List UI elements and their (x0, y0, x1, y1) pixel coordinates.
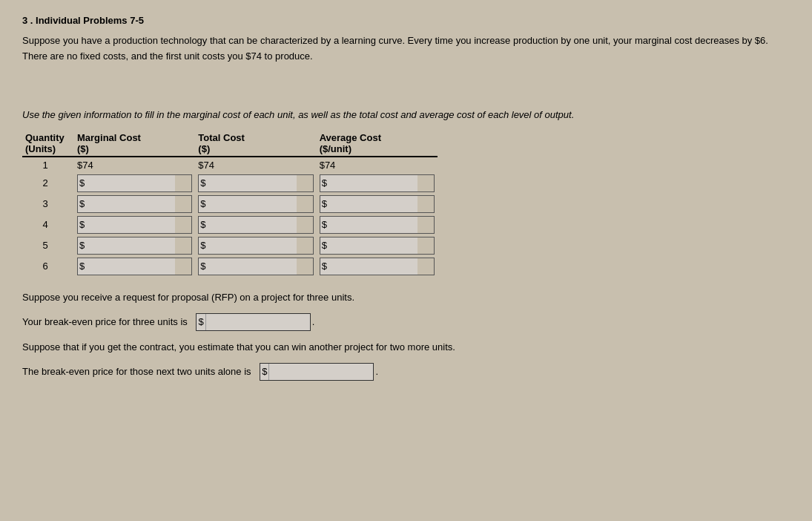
mc-input-2[interactable] (86, 175, 175, 191)
mc-dollar-3: $ (78, 196, 86, 212)
ac-cell-5: $ (317, 235, 438, 256)
ac-input-2[interactable] (329, 175, 417, 191)
mc-cell-4: $ (74, 214, 195, 235)
tc-input-3[interactable] (208, 196, 297, 212)
problem-number: 3 . Individual Problems 7-5 (22, 15, 790, 26)
tc-dollar-2: $ (199, 175, 207, 191)
tc-input-5[interactable] (208, 237, 297, 254)
tc-dollar-4: $ (199, 217, 207, 233)
mc-input-5[interactable] (86, 237, 175, 254)
qty-cell-6: 6 (22, 256, 74, 277)
ac-cell-3: $ (317, 194, 438, 214)
next-breakeven-input[interactable] (269, 364, 373, 380)
ac-cell-6: $ (317, 256, 438, 277)
next-breakeven-period: . (375, 366, 378, 377)
col-header-average-cost: Average Cost ($/unit) (317, 131, 438, 157)
ac-input-4[interactable] (329, 217, 417, 233)
cost-table: Quantity (Units) Marginal Cost ($) Total… (22, 131, 438, 277)
mc-input-3[interactable] (86, 196, 175, 212)
tc-cell-4: $ (195, 214, 316, 235)
tc-input-4[interactable] (208, 217, 297, 233)
mc-dollar-2: $ (78, 175, 86, 191)
qty-cell-4: 4 (22, 214, 74, 235)
mc-cell-2: $ (74, 173, 195, 194)
table-row: 1$74$74$74 (22, 157, 438, 173)
table-row: 3$$$ (22, 194, 438, 214)
ac-cell-1: $74 (317, 157, 438, 173)
tc-cell-6: $ (195, 256, 316, 277)
breakeven-dollar-prefix: $ (197, 314, 205, 330)
col-header-marginal-cost: Marginal Cost ($) (74, 131, 195, 157)
mc-input-4[interactable] (86, 217, 175, 233)
col-header-total-cost: Total Cost ($) (195, 131, 316, 157)
mc-cell-5: $ (74, 235, 195, 256)
breakeven-dollar-label (191, 316, 194, 327)
breakeven-input[interactable] (206, 314, 310, 330)
tc-cell-2: $ (195, 173, 316, 194)
table-row: 5$$$ (22, 235, 438, 256)
ac-dollar-3: $ (320, 196, 329, 212)
breakeven-input-wrapper: $ (196, 313, 310, 331)
tc-input-2[interactable] (208, 175, 297, 191)
instruction-text: Use the given information to fill in the… (22, 109, 779, 120)
next-breakeven-row: The break-even price for those next two … (22, 363, 790, 381)
table-row: 6$$$ (22, 256, 438, 277)
ac-input-6[interactable] (329, 258, 417, 275)
tc-dollar-5: $ (199, 237, 207, 254)
ac-dollar-2: $ (320, 175, 329, 191)
tc-cell-3: $ (195, 194, 316, 214)
ac-dollar-5: $ (320, 237, 329, 254)
qty-cell-3: 3 (22, 194, 74, 214)
mc-dollar-4: $ (78, 217, 86, 233)
mc-dollar-5: $ (78, 237, 86, 254)
breakeven-period: . (312, 316, 315, 327)
ac-input-5[interactable] (329, 237, 417, 254)
tc-dollar-6: $ (199, 258, 207, 275)
mc-cell-3: $ (74, 194, 195, 214)
intro-text: Suppose you have a production technology… (22, 33, 779, 65)
next-breakeven-label: The break-even price for those next two … (22, 366, 251, 377)
mc-cell-1: $74 (74, 157, 195, 173)
qty-cell-2: 2 (22, 173, 74, 194)
next-breakeven-input-wrapper: $ (260, 363, 374, 381)
ac-input-3[interactable] (329, 196, 417, 212)
next-breakeven-dollar-prefix: $ (260, 364, 269, 380)
ac-cell-2: $ (317, 173, 438, 194)
ac-cell-4: $ (317, 214, 438, 235)
qty-cell-5: 5 (22, 235, 74, 256)
tc-cell-1: $74 (195, 157, 316, 173)
next-section-text: Suppose that if you get the contract, yo… (22, 341, 779, 353)
mc-cell-6: $ (74, 256, 195, 277)
tc-input-6[interactable] (208, 258, 297, 275)
table-row: 2$$$ (22, 173, 438, 194)
rfp-section-text: Suppose you receive a request for propos… (22, 292, 779, 303)
mc-dollar-6: $ (78, 258, 86, 275)
breakeven-label: Your break-even price for three units is (22, 316, 188, 327)
col-header-quantity: Quantity (Units) (22, 131, 74, 157)
ac-dollar-6: $ (320, 258, 329, 275)
tc-dollar-3: $ (199, 196, 207, 212)
mc-input-6[interactable] (86, 258, 175, 275)
tc-cell-5: $ (195, 235, 316, 256)
ac-dollar-4: $ (320, 217, 329, 233)
next-breakeven-dollar-label (254, 366, 257, 377)
breakeven-row: Your break-even price for three units is… (22, 313, 790, 331)
qty-cell-1: 1 (22, 157, 74, 173)
table-row: 4$$$ (22, 214, 438, 235)
